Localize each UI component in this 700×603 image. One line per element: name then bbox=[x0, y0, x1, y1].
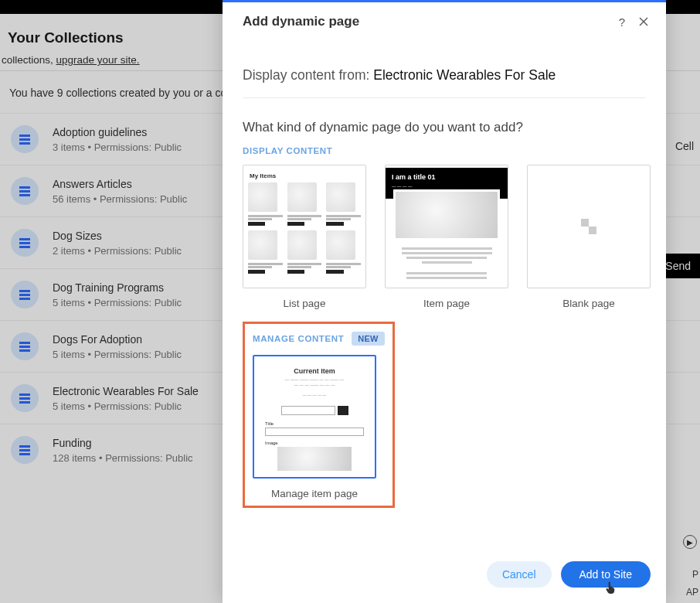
template-manage-item-page-label: Manage item page bbox=[271, 488, 358, 499]
template-blank-page-label: Blank page bbox=[562, 298, 615, 309]
new-badge: NEW bbox=[352, 332, 385, 346]
template-list-page[interactable]: My Items List page bbox=[243, 165, 366, 309]
template-item-page[interactable]: I am a title 01— — — — Item page bbox=[385, 165, 508, 309]
template-blank-page-thumb bbox=[527, 165, 651, 288]
section-display-content: DISPLAY CONTENT bbox=[243, 146, 646, 155]
source-collection-name: Electronic Wearables For Sale bbox=[373, 67, 556, 83]
divider bbox=[243, 97, 646, 98]
template-list-page-thumb: My Items bbox=[243, 165, 366, 288]
modal-question: What kind of dynamic page do you want to… bbox=[243, 120, 646, 135]
help-icon[interactable]: ? bbox=[613, 13, 630, 30]
template-list-page-label: List page bbox=[284, 298, 326, 309]
manage-content-section: MANAGE CONTENT NEW Current Item — —— —— … bbox=[243, 322, 395, 508]
template-manage-item-page[interactable]: Current Item — —— —— —— — — —— —— — — ——… bbox=[253, 355, 376, 499]
cancel-button[interactable]: Cancel bbox=[487, 561, 552, 588]
template-blank-page[interactable]: Blank page bbox=[527, 165, 651, 309]
add-dynamic-page-modal: Add dynamic page ? Display content from:… bbox=[223, 0, 666, 603]
close-icon[interactable] bbox=[635, 13, 652, 30]
section-manage-content: MANAGE CONTENT bbox=[253, 334, 344, 343]
cursor-icon bbox=[604, 581, 618, 598]
template-manage-item-page-thumb: Current Item — —— —— —— — — —— —— — — ——… bbox=[253, 355, 376, 479]
display-content-from: Display content from: Electronic Wearabl… bbox=[243, 67, 646, 83]
template-item-page-label: Item page bbox=[423, 298, 470, 309]
template-item-page-thumb: I am a title 01— — — — bbox=[385, 165, 508, 288]
modal-title: Add dynamic page bbox=[243, 14, 613, 29]
